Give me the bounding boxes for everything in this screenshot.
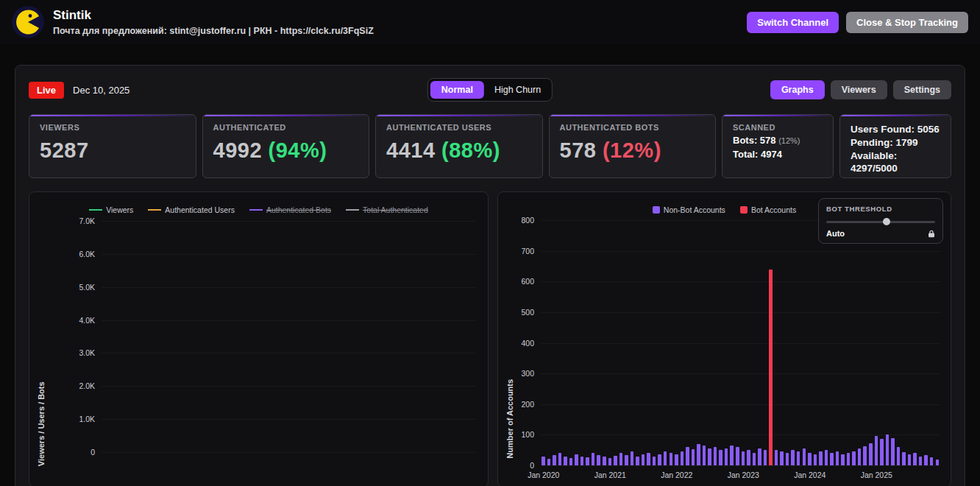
legend-item[interactable]: Total Authenticated [346, 205, 428, 214]
non-bot-accounts-bar [808, 453, 812, 465]
non-bot-accounts-bar [753, 453, 756, 465]
mode-normal-button[interactable]: Normal [430, 81, 484, 99]
legend-swatch-icon [653, 206, 660, 214]
tab-viewers[interactable]: Viewers [831, 80, 887, 99]
gridline [102, 353, 476, 353]
non-bot-accounts-bar [642, 454, 645, 465]
y-tick-label: 500 [503, 308, 534, 317]
users-found-card: Users Found: 5056 Pending: 1799 Availabl… [839, 114, 951, 178]
non-bot-accounts-bar [670, 453, 673, 465]
non-bot-accounts-bar [586, 457, 589, 465]
non-bot-accounts-bar [858, 448, 862, 465]
switch-channel-button[interactable]: Switch Channel [747, 12, 839, 33]
bot-accounts-bar [769, 270, 773, 465]
non-bot-accounts-bar [825, 450, 828, 465]
non-bot-accounts-bar [897, 447, 901, 465]
gridline [541, 251, 940, 252]
stream-date: Dec 10, 2025 [73, 85, 129, 96]
non-bot-accounts-bar [758, 448, 761, 465]
y-tick-label: 3.0K [64, 348, 95, 357]
legend-label: Non-Bot Accounts [664, 205, 725, 214]
authenticated-value: 4992 [213, 138, 263, 162]
non-bot-accounts-bar [863, 446, 867, 465]
gridline [541, 312, 940, 313]
non-bot-accounts-bar [936, 459, 940, 465]
non-bot-accounts-bar [730, 446, 734, 466]
available-value-line: 4297/5000 [851, 162, 940, 175]
non-bot-accounts-bar [580, 457, 584, 466]
viewers-card: VIEWERS 5287 [29, 114, 196, 178]
header: Stintik Почта для предложений: stint@jus… [0, 0, 980, 44]
gridline [541, 343, 940, 344]
non-bot-accounts-bar [564, 457, 567, 466]
authenticated-users-percent: (88%) [441, 138, 500, 162]
y-tick-label: 800 [503, 216, 534, 225]
legend-item[interactable]: Viewers [89, 205, 133, 214]
close-stop-tracking-button[interactable]: Close & Stop Tracking [846, 12, 968, 33]
non-bot-accounts-bar [542, 457, 545, 465]
x-tick-label: Jan 2020 [528, 471, 559, 479]
viewers-chart-legend: ViewersAuthenticated UsersAuthenticated … [29, 205, 488, 214]
non-bot-accounts-bar [597, 455, 600, 465]
non-bot-accounts-bar [747, 450, 750, 465]
non-bot-accounts-bar [653, 457, 656, 466]
tab-settings[interactable]: Settings [893, 80, 951, 99]
gridline [102, 386, 476, 387]
channel-avatar[interactable] [12, 6, 44, 38]
authenticated-users-value: 4414 [386, 138, 436, 162]
authenticated-percent: (94%) [269, 138, 327, 162]
legend-item[interactable]: Authenticated Bots [249, 205, 331, 214]
legend-label: Bot Accounts [751, 205, 796, 214]
non-bot-accounts-bar [558, 453, 562, 465]
non-bot-accounts-bar [836, 451, 839, 465]
non-bot-accounts-bar [913, 453, 917, 465]
non-bot-accounts-bar [875, 436, 878, 465]
authenticated-users-card: AUTHENTICATED USERS 4414 (88%) [375, 114, 543, 178]
x-tick-label: Jan 2021 [594, 471, 626, 479]
y-tick-label: 100 [503, 430, 534, 439]
legend-label: Authenticated Users [165, 205, 235, 214]
legend-item[interactable]: Authenticated Users [148, 205, 235, 214]
non-bot-accounts-bar [675, 454, 678, 465]
non-bot-accounts-bar [930, 457, 934, 465]
y-tick-label: 1.0K [64, 415, 95, 423]
authenticated-bots-card-label: AUTHENTICATED BOTS [560, 123, 706, 132]
toolbar: Live Dec 10, 2025 Normal High Churn Grap… [29, 79, 951, 101]
bot-threshold-value: Auto [826, 229, 845, 238]
viewers-card-label: VIEWERS [40, 123, 185, 132]
non-bot-accounts-bar [658, 454, 661, 465]
non-bot-accounts-bar [547, 459, 551, 465]
accounts-chart-plot: 8007006005004003002001000Jan 2020Jan 202… [541, 220, 940, 465]
viewers-chart-panel: ViewersAuthenticated UsersAuthenticated … [29, 191, 489, 486]
tab-graphs[interactable]: Graphs [770, 80, 825, 99]
legend-item[interactable]: Bot Accounts [740, 205, 796, 214]
legend-swatch-icon [249, 209, 263, 211]
non-bot-accounts-bar [619, 453, 623, 466]
viewers-chart-ylabel: Viewers / Users / Bots [37, 381, 46, 466]
non-bot-accounts-bar [742, 451, 745, 465]
gridline [541, 281, 940, 282]
bot-threshold-knob[interactable] [883, 218, 890, 225]
non-bot-accounts-bar [625, 455, 628, 465]
y-tick-label: 300 [503, 369, 534, 378]
y-tick-label: 200 [503, 400, 534, 409]
y-tick-label: 6.0K [64, 250, 95, 258]
non-bot-accounts-bar [681, 451, 684, 465]
mode-high-churn-button[interactable]: High Churn [486, 81, 550, 99]
non-bot-accounts-bar [847, 453, 851, 465]
y-tick-label: 400 [503, 339, 534, 348]
channel-subtitle: Почта для предложений: stint@justoffer.r… [53, 26, 374, 36]
y-tick-label: 0 [64, 448, 95, 457]
legend-item[interactable]: Non-Bot Accounts [653, 205, 725, 214]
gridline [102, 254, 476, 255]
non-bot-accounts-bar [764, 450, 767, 465]
non-bot-accounts-bar [786, 453, 789, 465]
bot-threshold-slider[interactable] [826, 218, 935, 225]
non-bot-accounts-bar [780, 451, 784, 465]
y-tick-label: 5.0K [64, 283, 95, 292]
authenticated-bots-value: 578 [560, 138, 597, 162]
pacman-avatar-icon [12, 6, 44, 38]
x-tick-label: Jan 2022 [661, 471, 692, 479]
gridline [102, 320, 476, 321]
non-bot-accounts-bar [803, 448, 806, 465]
